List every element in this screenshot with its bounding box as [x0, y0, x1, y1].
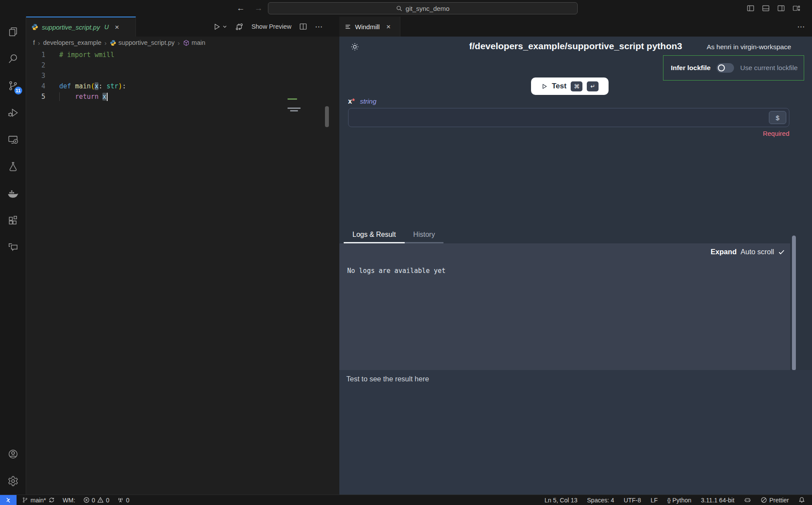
code-line[interactable]: 1# import wmill: [26, 50, 339, 60]
breadcrumb-separator: ›: [178, 39, 180, 47]
breadcrumb-folder-developers-example[interactable]: developers_example: [43, 39, 102, 46]
activity-bar: 11: [0, 17, 26, 495]
toggle-sidebar-icon[interactable]: [746, 4, 755, 13]
show-preview-button[interactable]: Show Preview: [251, 23, 291, 30]
command-center-search[interactable]: git_sync_demo: [268, 2, 578, 14]
breadcrumb-folder-f[interactable]: f: [33, 39, 35, 46]
test-button-label: Test: [552, 82, 567, 91]
breadcrumb-symbol-label: main: [192, 39, 205, 46]
editor-more-actions-icon[interactable]: ⋯: [315, 22, 323, 31]
arg-x-input[interactable]: [348, 108, 789, 127]
check-icon[interactable]: [778, 249, 785, 256]
language-mode[interactable]: {} Python: [667, 497, 691, 504]
indentation-status[interactable]: Spaces: 4: [587, 497, 614, 504]
language-label: Python: [672, 497, 691, 504]
settings-gear-icon[interactable]: [0, 468, 26, 495]
windmill-panel-group: Windmill × ⋯ f/developers_example/suppor…: [339, 17, 812, 495]
explorer-icon[interactable]: [0, 18, 26, 45]
toggle-secondary-sidebar-icon[interactable]: [777, 4, 785, 13]
copilot-status[interactable]: [744, 497, 751, 504]
workspace-search-label: git_sync_demo: [406, 5, 450, 12]
line-number: 3: [26, 71, 45, 81]
testing-icon[interactable]: [0, 153, 26, 180]
search-sidebar-icon[interactable]: [0, 45, 26, 72]
panel-more-actions-icon[interactable]: ⋯: [797, 22, 805, 31]
remote-indicator[interactable]: [0, 495, 17, 505]
account-icon[interactable]: [0, 441, 26, 468]
docker-icon[interactable]: [0, 180, 26, 207]
comments-icon[interactable]: [0, 234, 26, 261]
tab-windmill-label: Windmill: [355, 23, 380, 30]
arg-x-input-wrap: $: [348, 108, 789, 127]
radio-tower-icon: [117, 497, 124, 503]
formatter-status[interactable]: Prettier: [761, 497, 789, 504]
run-context-label: As henri in virgin-workspace: [707, 43, 791, 51]
lockfile-toggle-group: Infer lockfile Use current lockfile: [663, 55, 804, 81]
toggle-panel-icon[interactable]: [761, 4, 770, 13]
code-editor[interactable]: 1# import wmill234def main(x: str):5 ret…: [26, 49, 339, 102]
source-control-badge: 11: [14, 87, 22, 94]
source-control-icon[interactable]: 11: [0, 72, 26, 99]
run-python-file-button[interactable]: [213, 23, 227, 31]
error-icon: [83, 497, 90, 503]
text-cursor: [107, 93, 108, 101]
lockfile-toggle[interactable]: [717, 63, 734, 73]
arg-x-label: x* string: [348, 98, 376, 105]
tab-supportive-script[interactable]: supportive_script.py U ×: [26, 17, 136, 37]
editor-toolbar: Show Preview ⋯: [213, 17, 323, 37]
webview-list-icon: [345, 24, 351, 30]
customize-layout-icon[interactable]: [792, 4, 801, 13]
windmill-status[interactable]: WM:: [63, 497, 75, 504]
tab-history[interactable]: History: [405, 227, 444, 243]
notifications-bell[interactable]: [798, 497, 805, 503]
remote-explorer-icon[interactable]: [0, 126, 26, 153]
code-line[interactable]: 2: [26, 60, 339, 71]
tab-close-icon[interactable]: ×: [115, 24, 119, 31]
nav-forward-icon[interactable]: →: [254, 3, 263, 13]
autoscroll-label[interactable]: Auto scroll: [741, 248, 774, 256]
breadcrumb-symbol-main[interactable]: main: [183, 39, 205, 46]
nav-back-icon[interactable]: ←: [237, 3, 245, 13]
logs-result-tabs: Logs & Result History: [344, 227, 443, 243]
warning-icon: [97, 497, 104, 503]
search-icon: [396, 5, 403, 12]
tab-logs-result[interactable]: Logs & Result: [344, 227, 405, 243]
eol-status[interactable]: LF: [650, 497, 657, 504]
line-number: 2: [26, 60, 45, 71]
python-file-icon: [110, 40, 116, 46]
code-line[interactable]: 4def main(x: str):: [26, 81, 339, 91]
minimap[interactable]: [288, 98, 314, 113]
expand-button[interactable]: Expand: [710, 248, 737, 256]
infer-lockfile-label: Infer lockfile: [671, 64, 710, 72]
ports-status[interactable]: 0: [117, 497, 129, 504]
variable-picker-button[interactable]: $: [769, 111, 786, 124]
run-debug-icon[interactable]: [0, 99, 26, 126]
tab-filename: supportive_script.py: [42, 24, 100, 31]
chevron-down-icon[interactable]: [222, 24, 227, 29]
branch-label: main*: [30, 497, 46, 504]
required-star: *: [352, 98, 355, 105]
editor-group: supportive_script.py U × Show Preview ⋯ …: [26, 17, 339, 495]
panel-tab-bar: Windmill × ⋯: [339, 17, 812, 37]
split-editor-icon[interactable]: [299, 22, 308, 31]
editor-scrollbar[interactable]: [325, 106, 329, 127]
python-interpreter[interactable]: 3.11.1 64-bit: [701, 497, 734, 504]
tab-windmill[interactable]: Windmill ×: [339, 17, 400, 37]
prettier-disabled-icon: [761, 497, 767, 503]
braces-icon: {}: [667, 497, 670, 503]
breadcrumb: f › developers_example › supportive_scri…: [26, 37, 339, 49]
cursor-position[interactable]: Ln 5, Col 13: [545, 497, 578, 504]
test-button[interactable]: Test ⌘ ↵: [531, 77, 609, 95]
remote-icon: [5, 497, 12, 504]
encoding-status[interactable]: UTF-8: [624, 497, 641, 504]
breadcrumb-file[interactable]: supportive_script.py: [110, 39, 175, 46]
problems-status[interactable]: 0 0: [83, 497, 110, 504]
required-message: Required: [763, 130, 789, 137]
git-branch-status[interactable]: main*: [22, 497, 55, 504]
extensions-icon[interactable]: [0, 207, 26, 234]
tab-close-icon[interactable]: ×: [386, 23, 391, 30]
open-changes-icon[interactable]: [235, 22, 244, 31]
code-line[interactable]: 3: [26, 71, 339, 81]
panel-scrollbar[interactable]: [792, 236, 796, 370]
logs-empty-message: No logs are available yet: [347, 267, 446, 275]
